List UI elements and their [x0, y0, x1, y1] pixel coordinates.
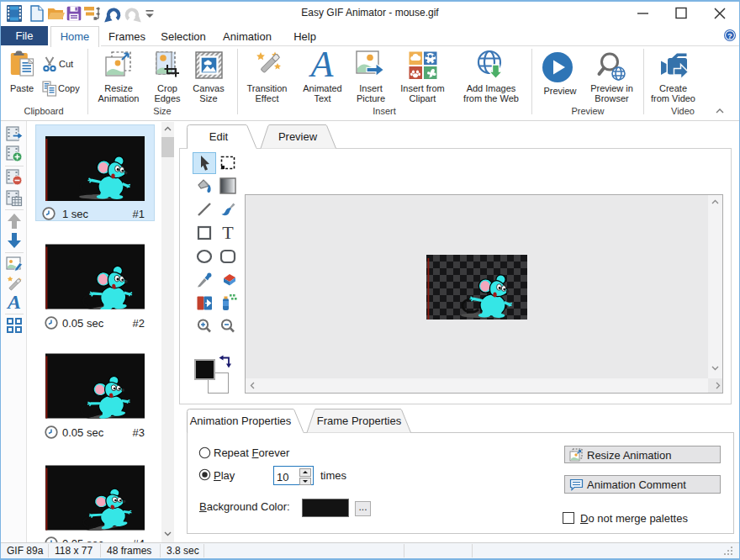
svg-text:?: ? — [727, 31, 732, 40]
svg-text:Preview: Preview — [278, 130, 318, 143]
svg-text:Animation Properties: Animation Properties — [190, 415, 292, 427]
svg-text:T: T — [222, 224, 234, 241]
svg-text:Edit: Edit — [209, 130, 229, 143]
svg-text:Frame Properties: Frame Properties — [317, 415, 402, 427]
